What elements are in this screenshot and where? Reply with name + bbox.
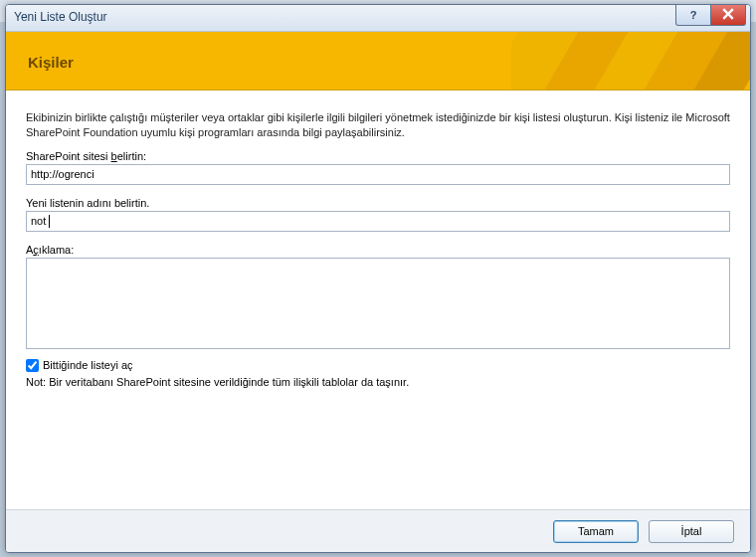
window-title: Yeni Liste Oluştur (14, 10, 107, 24)
note-text: Not: Bir veritabanı SharePoint sitesine … (26, 376, 730, 388)
cancel-button[interactable]: İptal (649, 520, 734, 543)
description-text: Ekibinizin birlikte çalıştığı müşteriler… (26, 110, 730, 140)
site-label: SharePoint sitesi belirtin: (26, 150, 730, 162)
desktop-background: Yeni Liste Oluştur ? Kişiler (0, 0, 756, 557)
text-caret (49, 215, 50, 228)
open-when-done-label[interactable]: Bittiğinde listeyi aç (43, 359, 133, 371)
dialog-window: Yeni Liste Oluştur ? Kişiler (5, 4, 751, 553)
help-button[interactable]: ? (675, 5, 711, 26)
close-button[interactable] (710, 5, 746, 26)
ok-button[interactable]: Tamam (553, 520, 639, 543)
open-when-done-row: Bittiğinde listeyi aç (26, 359, 730, 372)
listname-label: Yeni listenin adını belirtin. (26, 197, 730, 209)
dialog-content: Ekibinizin birlikte çalıştığı müşteriler… (6, 91, 750, 388)
banner-title: Kişiler (28, 54, 74, 71)
banner: Kişiler (6, 32, 750, 91)
listname-input[interactable] (26, 211, 730, 232)
help-icon: ? (690, 9, 697, 21)
site-input[interactable] (26, 164, 730, 185)
title-bar[interactable]: Yeni Liste Oluştur ? (6, 5, 750, 32)
open-when-done-checkbox[interactable] (26, 359, 39, 372)
banner-decoration (511, 32, 750, 90)
window-buttons: ? (676, 5, 746, 26)
description-label: Açıklama: (26, 244, 730, 256)
close-icon (722, 8, 734, 22)
dialog-footer: Tamam İptal (6, 509, 750, 552)
description-input[interactable] (26, 258, 730, 349)
